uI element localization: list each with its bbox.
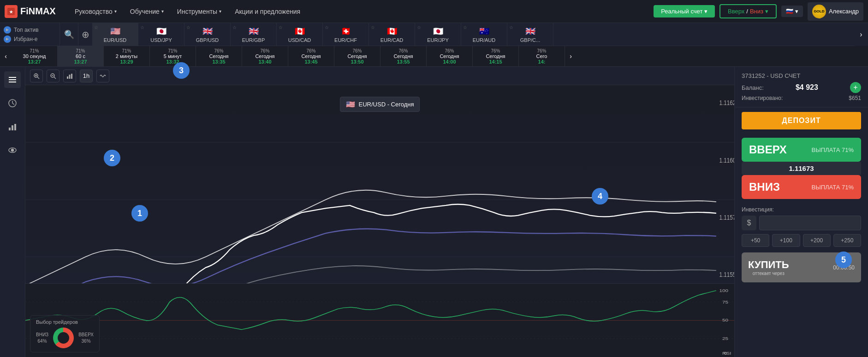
asset-item-usdcad[interactable]: ☆ 🇨🇦 USD/CAD [277, 23, 323, 46]
sidebar-icon-eye[interactable] [4, 142, 21, 158]
sidebar-icon-portfolio[interactable] [4, 71, 21, 88]
down-trade-button[interactable]: ВНИЗ ВЫПЛАТА 71% [742, 175, 861, 199]
top-nav: ★ FiNMAX Руководство ▾ Обучение ▾ Инстру… [0, 0, 868, 23]
add-asset-button[interactable]: ⊕ [78, 23, 92, 46]
svg-rect-21 [69, 75, 71, 79]
add-funds-button[interactable]: + [850, 82, 861, 93]
invest-input-row: $ [742, 216, 861, 230]
asset-item-eurjpy[interactable]: ☆ 🇯🇵 EUR/JPY [415, 23, 461, 46]
nav-right: Реальный счет ▾ Вверх / Вниз ▾ 🇷🇺 ▾ GOLD… [654, 2, 863, 21]
account-id: 3731252 - USD СЧЕТ [742, 72, 861, 79]
zoom-out-button[interactable] [47, 70, 59, 82]
chevron-down-icon: ▾ [219, 9, 221, 14]
svg-rect-22 [71, 74, 72, 79]
star-icon: ☆ [371, 25, 375, 30]
svg-text:75: 75 [722, 300, 728, 304]
star-icon: ☆ [509, 25, 513, 30]
nav-item-guide[interactable]: Руководство ▾ [69, 6, 122, 18]
asset-item-eurgbp[interactable]: ☆ 🇬🇧 EUR/GBP [231, 23, 277, 46]
play-icon: ▶ [4, 26, 11, 34]
asset-item-euraud[interactable]: ☆ 🇦🇺 EUR/AUD [461, 23, 507, 46]
down-circle: ВНИЗ 64% [36, 332, 48, 344]
svg-text:100: 100 [719, 288, 728, 293]
logo: ★ FiNMAX [5, 5, 60, 18]
svg-line-14 [37, 77, 39, 79]
svg-text:1.11600: 1.11600 [719, 157, 734, 164]
time-item-today5[interactable]: 76% Сегодня 13:55 [380, 46, 427, 67]
time-item-today4[interactable]: 76% Сегодня 13:50 [334, 46, 380, 67]
dollar-icon: $ [742, 216, 756, 230]
time-item-today2[interactable]: 76% Сегодня 13:40 [242, 46, 288, 67]
time-item-30s[interactable]: 71% 30 секунд 13:27 [12, 46, 58, 67]
chart-tooltip: 🇺🇸 EUR/USD - Сегодня [340, 97, 420, 112]
nav-items: Руководство ▾ Обучение ▾ Инструменты ▾ А… [69, 6, 644, 18]
star-icon: ☆ [186, 25, 190, 30]
asset-item-gbpcad[interactable]: ☆ 🇬🇧 GBP/C... [507, 23, 553, 46]
updown-button[interactable]: Вверх / Вниз ▾ [719, 4, 777, 18]
nav-item-learn[interactable]: Обучение ▾ [125, 6, 169, 18]
time-bar: ‹ 71% 30 секунд 13:27 71% 60 с 13:27 71%… [0, 46, 868, 67]
donut-inner [58, 332, 69, 344]
zoom-in-button[interactable] [30, 70, 43, 82]
asset-item-eurusd[interactable]: ☆ 🇺🇸 EUR/USD [92, 23, 138, 46]
up-trade-button[interactable]: ВВЕРХ ВЫПЛАТА 71% [742, 138, 861, 162]
top-assets-row[interactable]: ▶ Топ актив [4, 26, 56, 34]
timeframe-button[interactable]: 1h [80, 70, 93, 82]
quick-btn-100[interactable]: +100 [772, 234, 800, 247]
buy-btn-content: КУПИТЬ оттекает через [748, 259, 789, 276]
quick-btn-200[interactable]: +200 [803, 234, 831, 247]
asset-item-usdjpy[interactable]: ☆ 🇯🇵 USD/JPY [138, 23, 184, 46]
time-item-today6[interactable]: 76% Сегодня 14:00 [427, 46, 473, 67]
language-button[interactable]: 🇷🇺 ▾ [781, 6, 803, 17]
favorites-row[interactable]: ▶ Избран-е [4, 35, 56, 43]
sidebar-icon-clock[interactable] [4, 95, 21, 111]
svg-text:RSI: RSI [722, 351, 731, 355]
asset-item-gbpusd[interactable]: ☆ 🇬🇧 GBP/USD [184, 23, 231, 46]
quick-btn-50[interactable]: +50 [742, 234, 769, 247]
time-item-5m[interactable]: 71% 5 минут 13:32 [150, 46, 196, 67]
time-item-2m[interactable]: 71% 2 минуты 13:29 [104, 46, 150, 67]
investment-label: Инвестиция: [742, 206, 861, 213]
nav-item-promo[interactable]: Акции и предложения [229, 6, 306, 18]
up-circle: ВВЕРХ 36% [78, 332, 94, 344]
svg-text:1.11575: 1.11575 [719, 214, 734, 221]
svg-rect-3 [9, 79, 16, 80]
svg-point-12 [12, 149, 14, 152]
svg-text:50: 50 [722, 318, 728, 322]
buy-button[interactable]: КУПИТЬ оттекает через 00:00:50 [742, 252, 861, 282]
asset-item-eurchf[interactable]: ☆ 🇨🇭 EUR/CHF [323, 23, 369, 46]
right-panel: 3731252 - USD СЧЕТ Баланс: $4 923 + Инве… [734, 67, 868, 357]
chevron-down-icon: ▾ [795, 8, 798, 15]
time-scroll-right-button[interactable]: › [565, 46, 577, 67]
star-icon: ☆ [232, 25, 237, 30]
time-item-60s[interactable]: 71% 60 с 13:27 [58, 46, 104, 67]
balance-value: $4 923 [796, 83, 818, 92]
star-icon: ☆ [279, 25, 283, 30]
investment-section: Инвестиция: $ +50 +100 +200 +250 [735, 203, 868, 251]
time-item-today7[interactable]: 76% Сегодня 14:15 [473, 46, 519, 67]
chart-wrapper: 🇺🇸 EUR/USD - Сегодня [25, 85, 734, 357]
bar-chart-button[interactable] [63, 70, 76, 82]
sidebar-icon-chart[interactable] [4, 118, 21, 135]
time-item-today3[interactable]: 76% Сегодня 13:45 [288, 46, 334, 67]
deposit-button[interactable]: ДЕПОЗИТ [742, 112, 861, 129]
svg-rect-2 [9, 77, 16, 78]
time-scroll-left-button[interactable]: ‹ [0, 46, 12, 67]
time-item-today1[interactable]: 76% Сегодня 13:35 [196, 46, 242, 67]
chevron-down-icon: ▾ [161, 9, 164, 14]
asset-item-eurcad[interactable]: ☆ 🇨🇦 EUR/CAD [369, 23, 415, 46]
svg-text:1.11550: 1.11550 [719, 271, 734, 278]
search-button[interactable]: 🔍 [60, 23, 78, 46]
quick-btn-250[interactable]: +250 [833, 234, 861, 247]
time-item-today8[interactable]: 76% Сего 14: [519, 46, 565, 67]
real-account-button[interactable]: Реальный счет ▾ [654, 5, 715, 18]
invest-row: Инвестировано: $651 [742, 95, 861, 101]
asset-scroll-right-button[interactable]: › [854, 23, 868, 46]
nav-item-tools[interactable]: Инструменты ▾ [172, 6, 227, 18]
investment-input[interactable] [759, 216, 861, 230]
svg-text:1.11625: 1.11625 [719, 99, 734, 106]
left-sidebar [0, 67, 25, 357]
svg-line-18 [54, 77, 56, 79]
user-menu-button[interactable]: GOLD Александр [808, 2, 863, 21]
wave-button[interactable] [96, 70, 109, 82]
